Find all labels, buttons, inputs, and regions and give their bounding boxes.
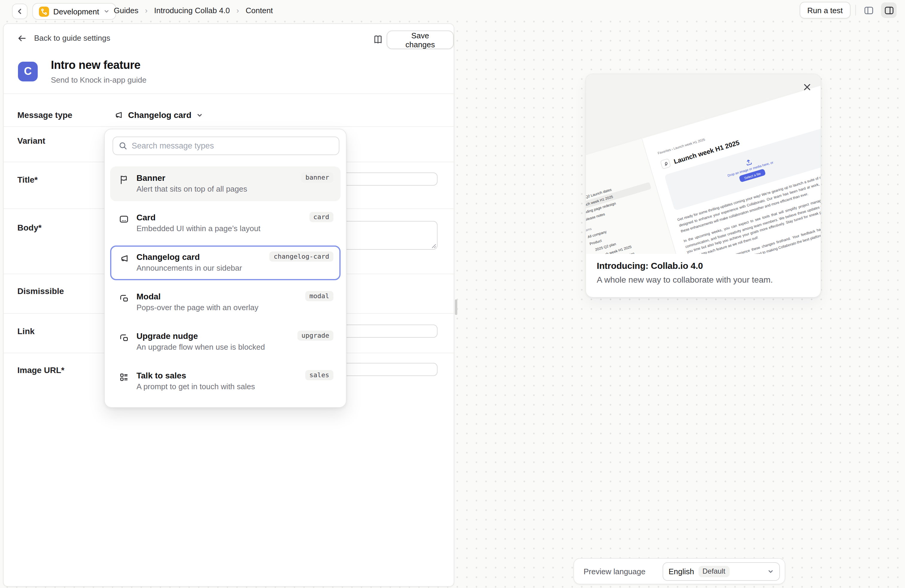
card-icon xyxy=(119,214,129,224)
body-label: Body* xyxy=(17,223,41,232)
option-name: Changelog card xyxy=(137,252,270,261)
message-type-option-banner[interactable]: Banner banner Alert that sits on top of … xyxy=(110,167,341,201)
option-name: Modal xyxy=(137,291,305,301)
option-description: An upgrade flow when use is blocked xyxy=(137,343,333,351)
message-type-option-card[interactable]: Card card Embedded UI within a page’s la… xyxy=(110,206,341,241)
option-badge: banner xyxy=(302,172,334,183)
panel-resize-handle[interactable] xyxy=(455,299,457,315)
variant-label: Variant xyxy=(17,136,45,146)
option-description: Pops-over the page with an overlay xyxy=(137,303,333,312)
preview-screenshot: Collab.io Home Inbox Favorites 2025 Q2 L… xyxy=(586,74,821,254)
upgrade-window-icon xyxy=(119,332,129,343)
option-description: Embedded UI within a page’s layout xyxy=(137,224,333,233)
breadcrumb-content[interactable]: Content xyxy=(246,6,273,15)
modal-icon xyxy=(119,293,129,304)
history-back-button[interactable] xyxy=(12,3,27,19)
chevron-left-icon xyxy=(16,8,23,15)
message-type-option-changelog-card[interactable]: Changelog card changelog-card Announceme… xyxy=(110,245,341,280)
top-bar: Development Guides › Introducing Collab … xyxy=(0,0,905,21)
link-label: Link xyxy=(17,326,35,336)
chevron-down-icon xyxy=(196,112,203,118)
option-description: A prompt to get in touch with sales xyxy=(137,382,333,391)
dropdown-search xyxy=(113,137,340,155)
search-icon xyxy=(119,141,127,150)
book-icon xyxy=(372,34,383,45)
breadcrumb-separator: › xyxy=(237,6,239,15)
list-icon xyxy=(119,372,129,383)
option-name: Talk to sales xyxy=(137,370,305,380)
preview-language-select[interactable]: English Default xyxy=(663,562,780,580)
breadcrumb: Guides › Introducing Collab 4.0 › Conten… xyxy=(114,0,273,21)
arrow-left-icon xyxy=(17,34,26,42)
panel-right-icon xyxy=(884,5,894,15)
breadcrumb-guide-name[interactable]: Introducing Collab 4.0 xyxy=(154,6,230,15)
run-a-test-button[interactable]: Run a test xyxy=(799,2,851,19)
topbar-divider xyxy=(855,5,856,16)
preview-heading: Introducing: Collab.io 4.0 xyxy=(597,261,703,271)
option-badge: modal xyxy=(305,291,333,301)
preview-image-area: Collab.io Home Inbox Favorites 2025 Q2 L… xyxy=(586,74,821,254)
topbar-actions: Run a test xyxy=(799,0,897,21)
megaphone-icon xyxy=(119,253,129,264)
chevron-down-icon xyxy=(103,8,109,14)
guide-avatar: C xyxy=(18,62,38,81)
message-type-option-upgrade-nudge[interactable]: Upgrade nudge upgrade An upgrade flow wh… xyxy=(110,324,341,359)
breadcrumb-guides[interactable]: Guides xyxy=(114,6,138,15)
breadcrumb-separator: › xyxy=(145,6,148,15)
page-subtitle: Send to Knock in-app guide xyxy=(51,75,146,84)
title-label: Title* xyxy=(17,175,38,184)
option-description: Announcements in our sidebar xyxy=(137,264,333,272)
page-title: Intro new feature xyxy=(51,59,140,72)
mock-rocket-icon xyxy=(660,158,671,169)
row-divider xyxy=(3,126,455,127)
preview-body-text: A whole new way to collaborate with your… xyxy=(597,275,773,284)
message-type-option-talk-to-sales[interactable]: Talk to sales sales A prompt to get in t… xyxy=(110,364,341,399)
upload-icon xyxy=(744,158,753,167)
message-type-list: Banner banner Alert that sits on top of … xyxy=(110,167,341,399)
language-variant-badge: Default xyxy=(698,566,729,577)
preview-close-button[interactable] xyxy=(800,80,813,94)
guide-preview-card: Collab.io Home Inbox Favorites 2025 Q2 L… xyxy=(585,74,821,297)
app-root: Development Guides › Introducing Collab … xyxy=(0,0,905,588)
close-icon xyxy=(803,83,811,91)
option-description: Alert that sits on top of all pages xyxy=(137,184,333,194)
toggle-right-panel-button[interactable] xyxy=(881,2,897,18)
chevron-down-icon xyxy=(767,568,774,575)
preview-language-bar: Preview language English Default xyxy=(573,558,785,585)
message-type-dropdown: Banner banner Alert that sits on top of … xyxy=(104,129,346,408)
megaphone-icon xyxy=(113,110,123,120)
option-badge: card xyxy=(309,212,333,222)
option-badge: upgrade xyxy=(297,331,333,341)
message-type-select[interactable]: Changelog card xyxy=(113,108,203,122)
option-badge: sales xyxy=(305,370,333,380)
search-message-types-input[interactable] xyxy=(113,137,340,155)
docs-button[interactable] xyxy=(370,32,386,47)
panel-left-icon xyxy=(864,5,873,15)
option-name: Banner xyxy=(137,173,302,182)
language-value: English xyxy=(668,567,694,576)
dismissible-label: Dismissible xyxy=(17,286,64,296)
toggle-left-panel-button[interactable] xyxy=(861,2,876,18)
message-type-value: Changelog card xyxy=(128,110,192,120)
message-type-label: Message type xyxy=(17,110,72,120)
environment-switcher[interactable]: Development xyxy=(32,3,116,20)
image-url-label: Image URL* xyxy=(17,365,64,375)
option-name: Card xyxy=(137,212,309,222)
preview-language-label: Preview language xyxy=(584,567,663,576)
message-type-option-modal[interactable]: Modal modal Pops-over the page with an o… xyxy=(110,285,341,320)
flag-icon xyxy=(119,174,129,185)
environment-label: Development xyxy=(53,7,99,16)
back-to-guide-settings-link[interactable]: Back to guide settings xyxy=(17,33,110,43)
row-divider xyxy=(3,94,455,94)
mock-main: Favorites › Launch week H1 2025 Launch w… xyxy=(642,84,821,254)
environment-branch-icon xyxy=(39,6,49,16)
option-badge: changelog-card xyxy=(270,251,333,262)
option-name: Upgrade nudge xyxy=(137,331,297,340)
save-changes-button[interactable]: Save changes xyxy=(387,30,454,49)
